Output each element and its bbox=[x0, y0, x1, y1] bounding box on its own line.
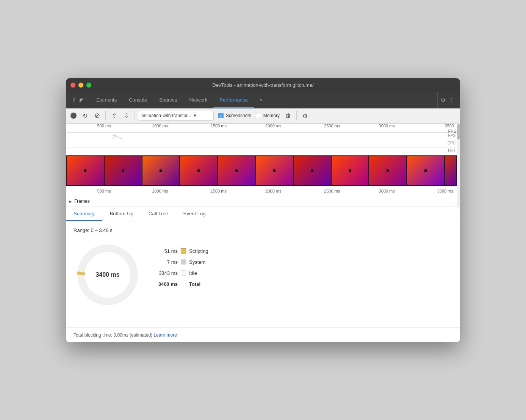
main-tabbar: ⇧ ◤ Elements Console Sources Network Per… bbox=[66, 92, 460, 108]
idle-ms: 3343 ms bbox=[157, 270, 178, 276]
track-area[interactable]: FPS CPU NET bbox=[66, 133, 457, 155]
chart-area: 3400 ms 51 ms Scripting 7 ms System 3343… bbox=[74, 241, 452, 309]
close-button[interactable] bbox=[70, 83, 75, 88]
scripting-label: Scripting bbox=[189, 248, 208, 254]
screenshots-checkbox[interactable]: ✓ bbox=[218, 113, 224, 118]
legend-system: 7 ms System bbox=[157, 259, 208, 265]
ruler-500: 500 ms bbox=[97, 124, 111, 128]
summary-panel: Range: 0 – 3.40 s 3400 ms 51 ms bbox=[66, 221, 460, 328]
traffic-lights bbox=[70, 83, 91, 88]
screenshot-4[interactable] bbox=[180, 156, 217, 185]
system-label: System bbox=[189, 259, 205, 265]
info-bar: Total blocking time: 0.00ms (estimated) … bbox=[66, 328, 460, 342]
memory-checkbox-group: Memory bbox=[256, 113, 280, 118]
cpu-track-label: CPU bbox=[448, 141, 456, 145]
fps-chart bbox=[108, 134, 130, 139]
performance-settings-icon[interactable]: ⚙ bbox=[300, 110, 310, 121]
tab-sources[interactable]: Sources bbox=[153, 92, 183, 108]
idle-label: Idle bbox=[189, 270, 197, 276]
total-label: Total bbox=[189, 281, 200, 287]
screenshot-8[interactable] bbox=[332, 156, 369, 185]
more-options-icon[interactable]: ⋮ bbox=[449, 97, 454, 103]
refresh-record-button[interactable]: ↻ bbox=[80, 110, 90, 121]
screenshot-6[interactable] bbox=[256, 156, 293, 185]
load-button[interactable]: ⇧ bbox=[109, 110, 119, 121]
clear-button[interactable]: ⊘ bbox=[92, 110, 102, 121]
cpu-track: CPU bbox=[66, 140, 457, 148]
top-ruler: 500 ms 1000 ms 1500 ms 2000 ms 2500 ms 3… bbox=[66, 124, 457, 133]
fps-track-label: FPS bbox=[448, 133, 456, 138]
total-ms: 3400 ms bbox=[157, 281, 178, 287]
screenshot-2[interactable] bbox=[105, 156, 142, 185]
url-dropdown-icon[interactable]: ▼ bbox=[193, 113, 197, 118]
frames-label: Frames bbox=[74, 199, 90, 204]
save-button[interactable]: ⇩ bbox=[121, 110, 132, 121]
screenshot-last[interactable] bbox=[445, 156, 456, 185]
ruler-2500: 2500 ms bbox=[324, 124, 340, 128]
tab-summary[interactable]: Summary bbox=[66, 207, 102, 221]
screenshot-10[interactable] bbox=[407, 156, 444, 185]
tab-network[interactable]: Network bbox=[183, 92, 214, 108]
maximize-button[interactable] bbox=[86, 83, 91, 88]
screenshot-3[interactable] bbox=[142, 156, 180, 185]
screenshots-checkbox-group: ✓ Screenshots bbox=[218, 113, 251, 118]
settings-icon[interactable]: ⚙ bbox=[441, 97, 446, 103]
scripting-ms: 51 ms bbox=[157, 248, 178, 254]
url-display: animation-with-transfor... ▼ bbox=[138, 111, 214, 121]
device-icon[interactable]: ◤ bbox=[80, 97, 84, 103]
toolbar-divider-2 bbox=[135, 111, 135, 120]
window-title: DevTools - animation-with-transform.glit… bbox=[212, 82, 313, 88]
frames-triangle-icon: ▶ bbox=[69, 199, 72, 204]
record-button[interactable] bbox=[70, 113, 77, 119]
screenshot-5[interactable] bbox=[218, 156, 255, 185]
ruler-3500: 3500 bbox=[445, 124, 454, 128]
bot-ruler-2000: 2000 ms bbox=[265, 189, 281, 193]
tab-more[interactable]: » bbox=[254, 92, 269, 108]
bot-ruler-3500: 3500 ms bbox=[437, 189, 453, 193]
tab-console[interactable]: Console bbox=[123, 92, 153, 108]
timeline-scrollbar[interactable] bbox=[457, 124, 460, 207]
net-track: NET bbox=[66, 148, 457, 155]
frames-row[interactable]: ▶ Frames bbox=[66, 196, 457, 207]
memory-checkbox[interactable] bbox=[256, 113, 261, 118]
learn-more-link[interactable]: Learn more bbox=[153, 332, 177, 338]
url-text: animation-with-transfor... bbox=[141, 113, 191, 118]
system-swatch bbox=[181, 259, 186, 265]
devtools-toolbar-icons: ⇧ ◤ bbox=[69, 92, 87, 108]
screenshots-label: Screenshots bbox=[226, 113, 251, 118]
screenshot-1[interactable] bbox=[67, 156, 104, 185]
scroll-thumb[interactable] bbox=[457, 124, 460, 139]
tabbar-actions: ⚙ ⋮ bbox=[437, 92, 457, 108]
toolbar-divider-3 bbox=[296, 111, 297, 120]
blocking-time-text: Total blocking time: 0.00ms (estimated) bbox=[74, 332, 152, 338]
donut-chart: 3400 ms bbox=[74, 241, 142, 309]
bot-ruler-1500: 1500 ms bbox=[211, 189, 227, 193]
legend-scripting: 51 ms Scripting bbox=[157, 248, 208, 254]
trash-icon[interactable]: 🗑 bbox=[283, 110, 293, 121]
inspect-icon[interactable]: ⇧ bbox=[72, 97, 77, 103]
bot-ruler-500: 500 ms bbox=[97, 189, 111, 193]
tab-bottom-up[interactable]: Bottom-Up bbox=[102, 207, 141, 221]
donut-center-label: 3400 ms bbox=[95, 271, 119, 278]
idle-swatch bbox=[181, 270, 186, 276]
ruler-1500: 1500 ms bbox=[211, 124, 227, 128]
range-label: Range: 0 – 3.40 s bbox=[74, 227, 452, 233]
timeline-main: 500 ms 1000 ms 1500 ms 2000 ms 2500 ms 3… bbox=[66, 124, 457, 207]
legend-total: 3400 ms Total bbox=[157, 281, 208, 287]
system-ms: 7 ms bbox=[157, 259, 178, 265]
summary-legend: 51 ms Scripting 7 ms System 3343 ms Idle… bbox=[157, 248, 208, 287]
screenshot-7[interactable] bbox=[294, 156, 331, 185]
ruler-2000: 2000 ms bbox=[265, 124, 281, 128]
minimize-button[interactable] bbox=[78, 83, 83, 88]
fps-track: FPS bbox=[66, 133, 457, 140]
fps-spike bbox=[108, 134, 130, 141]
memory-label: Memory bbox=[263, 113, 280, 118]
tab-call-tree[interactable]: Call Tree bbox=[141, 207, 176, 221]
bot-ruler-1000: 1000 ms bbox=[152, 189, 168, 193]
tab-performance[interactable]: Performance bbox=[213, 92, 254, 108]
screenshots-strip[interactable] bbox=[66, 155, 457, 186]
tab-event-log[interactable]: Event Log bbox=[176, 207, 213, 221]
tab-elements[interactable]: Elements bbox=[90, 92, 123, 108]
screenshot-9[interactable] bbox=[369, 156, 406, 185]
net-track-label: NET bbox=[448, 149, 456, 153]
